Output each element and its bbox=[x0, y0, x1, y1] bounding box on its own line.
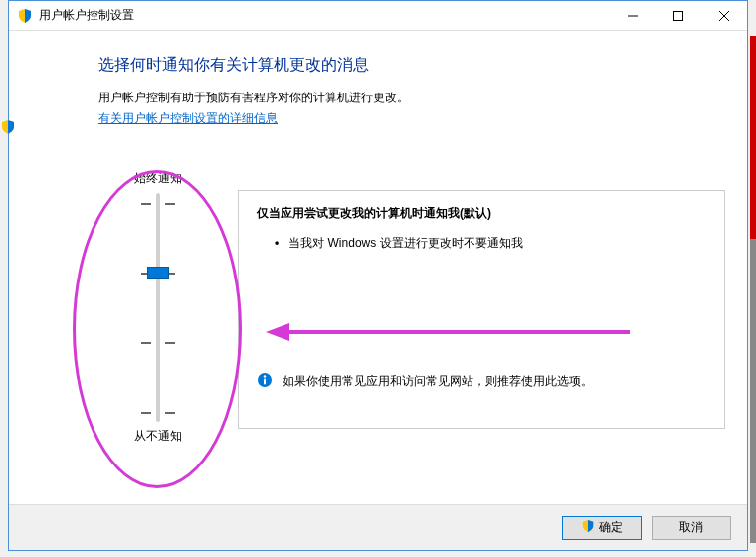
shield-icon bbox=[581, 519, 595, 536]
maximize-button[interactable] bbox=[656, 1, 701, 31]
window-controls bbox=[610, 1, 747, 31]
cancel-button-label: 取消 bbox=[679, 519, 703, 536]
info-icon bbox=[257, 372, 273, 394]
description-panel: 仅当应用尝试更改我的计算机时通知我(默认) 当我对 Windows 设置进行更改… bbox=[238, 190, 725, 429]
description-title: 仅当应用尝试更改我的计算机时通知我(默认) bbox=[257, 205, 706, 222]
uac-slider[interactable] bbox=[128, 193, 188, 422]
slider-label-always: 始终通知 bbox=[108, 170, 208, 187]
description-bullet: 当我对 Windows 设置进行更改时不要通知我 bbox=[275, 234, 706, 253]
slider-tick bbox=[141, 412, 175, 414]
slider-tick bbox=[141, 342, 175, 344]
svg-rect-6 bbox=[264, 379, 266, 385]
description-bullet-text: 当我对 Windows 设置进行更改时不要通知我 bbox=[288, 234, 522, 253]
ok-button-label: 确定 bbox=[599, 519, 623, 536]
window-title: 用户帐户控制设置 bbox=[39, 7, 610, 24]
slider-thumb[interactable] bbox=[147, 267, 169, 278]
background-edge bbox=[750, 36, 756, 543]
description-note: 如果你使用常见应用和访问常见网站，则推荐使用此选项。 bbox=[257, 372, 706, 394]
svg-rect-1 bbox=[674, 11, 683, 20]
slider-track bbox=[156, 193, 160, 422]
content-area: 选择何时通知你有关计算机更改的消息 用户帐户控制有助于预防有害程序对你的计算机进… bbox=[9, 31, 747, 504]
minimize-button[interactable] bbox=[610, 1, 656, 31]
learn-more-link[interactable]: 有关用户帐户控制设置的详细信息 bbox=[98, 110, 278, 127]
uac-window: 用户帐户控制设置 选择何时通知你有关计算机更改的消息 用户帐户控制有助于预防有害… bbox=[8, 0, 748, 551]
slider-tick bbox=[141, 203, 175, 205]
shield-icon bbox=[0, 119, 16, 138]
cancel-button[interactable]: 取消 bbox=[652, 516, 731, 540]
button-bar: 确定 取消 bbox=[9, 504, 747, 550]
titlebar: 用户帐户控制设置 bbox=[9, 1, 747, 31]
ok-button[interactable]: 确定 bbox=[562, 516, 642, 540]
page-subtext: 用户帐户控制有助于预防有害程序对你的计算机进行更改。 bbox=[98, 90, 687, 106]
uac-slider-area: 始终通知 从不通知 bbox=[108, 170, 208, 468]
page-heading: 选择何时通知你有关计算机更改的消息 bbox=[98, 55, 687, 76]
close-button[interactable] bbox=[701, 1, 747, 31]
shield-icon bbox=[17, 8, 33, 24]
description-note-text: 如果你使用常见应用和访问常见网站，则推荐使用此选项。 bbox=[283, 372, 593, 391]
svg-point-5 bbox=[264, 375, 266, 377]
slider-label-never: 从不通知 bbox=[108, 428, 208, 445]
